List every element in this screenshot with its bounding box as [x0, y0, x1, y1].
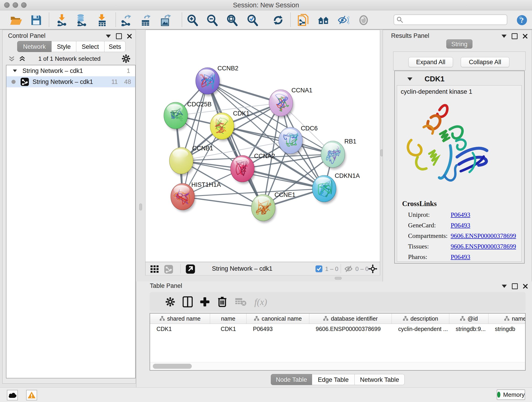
crosslink-value-link[interactable]: P06493 [451, 253, 470, 261]
export-table-button[interactable] [140, 14, 152, 26]
delete-table-button[interactable] [235, 296, 247, 308]
node-CCNE1[interactable]: CCNE1 [251, 191, 296, 223]
function-builder-button[interactable]: f(x) [250, 296, 271, 308]
panel-menu-icon[interactable] [502, 285, 507, 288]
panel-close-icon[interactable] [523, 284, 528, 289]
import-table-icon [97, 14, 108, 26]
panel-float-icon[interactable] [512, 283, 518, 289]
table-cell[interactable]: cyclin-dependent ... [392, 324, 449, 334]
tab-network-table[interactable]: Network Table [355, 374, 405, 385]
table-cell[interactable]: 9606.ENSP00000378699 [309, 324, 392, 334]
show-columns-button[interactable] [182, 296, 194, 308]
fit-content-crosshair-icon[interactable] [368, 264, 377, 274]
node-CDK1[interactable]: CDK1 [210, 110, 249, 141]
save-session-button[interactable] [30, 14, 42, 26]
node-CCNB2[interactable]: CCNB2 [196, 65, 239, 96]
import-network-file-button[interactable] [56, 14, 68, 26]
crosslink-value-link[interactable]: 9606.ENSP00000378699 [451, 243, 516, 250]
node-CCNB1[interactable]: CCNB1 [169, 145, 213, 176]
export-network-button[interactable] [120, 14, 132, 26]
scrollbar-thumb[interactable] [153, 364, 192, 369]
crosslink-value-link[interactable]: 9606.ENSP00000378699 [451, 232, 516, 240]
zoom-out-button[interactable] [206, 14, 218, 26]
table-cell[interactable]: CDK1 [150, 324, 210, 334]
warning-status-button[interactable] [26, 390, 37, 400]
node-CDC25B[interactable]: CDC25B [164, 101, 212, 131]
table-cell[interactable]: stringdb [488, 324, 526, 334]
string-glass-ball-button[interactable] [358, 14, 370, 26]
gene-section-expander-icon[interactable] [407, 77, 412, 81]
column-header-namespace[interactable]: namespace [488, 313, 526, 324]
panel-float-icon[interactable] [116, 33, 122, 39]
panel-menu-icon[interactable] [106, 35, 111, 38]
tab-select[interactable]: Select [76, 41, 104, 52]
memory-button[interactable]: Memory [497, 389, 525, 400]
tab-network[interactable]: Network [17, 41, 51, 52]
string-home-button[interactable] [317, 14, 329, 26]
panel-menu-icon[interactable] [501, 35, 507, 38]
string-network-graph[interactable]: CCNB2CCNA1CDC25BCDK1CDC6RB1CCNB1CCNA2CDK… [146, 30, 380, 262]
tab-sets[interactable]: Sets [104, 41, 126, 52]
column-header-description[interactable]: description [392, 313, 449, 324]
panel-close-icon[interactable] [127, 34, 132, 39]
node-label-HIST1H1A: HIST1H1A [191, 181, 221, 188]
tree-expander-icon[interactable] [13, 70, 17, 72]
zoom-in-button[interactable] [186, 14, 198, 26]
string-enhance-button[interactable] [337, 14, 349, 26]
collapse-all-button[interactable]: Collapse All [461, 57, 509, 67]
delete-column-button[interactable] [216, 296, 228, 308]
hidden-eye-icon[interactable] [344, 265, 353, 273]
refresh-button[interactable] [272, 14, 284, 26]
network-share-icon[interactable] [164, 265, 173, 274]
network-collection-row[interactable]: String Network – cdk1 1 [6, 65, 135, 76]
column-header-shared-name[interactable]: shared name [150, 313, 210, 324]
column-header-database-identifier[interactable]: database identifier [309, 313, 392, 324]
column-header-canonical-name[interactable]: canonical name [247, 313, 309, 324]
search-input[interactable] [403, 16, 507, 24]
expand-all-button[interactable]: Expand All [409, 57, 453, 67]
table-cell[interactable]: stringdb:9... [449, 324, 488, 334]
open-session-button[interactable] [10, 14, 22, 26]
horizontal-splitter-handle[interactable] [335, 277, 342, 280]
panel-close-icon[interactable] [523, 34, 528, 39]
table-row[interactable]: CDK1CDK1P064939606.ENSP00000378699cyclin… [150, 324, 525, 334]
selected-checkbox-icon[interactable] [316, 265, 322, 272]
import-table-file-button[interactable] [96, 14, 108, 26]
node-CCNA1[interactable]: CCNA1 [269, 87, 312, 118]
birds-eye-view-icon[interactable] [186, 264, 195, 274]
results-tab-string[interactable]: String [446, 39, 472, 49]
left-splitter-handle[interactable] [139, 204, 142, 211]
zoom-selected-button[interactable] [247, 14, 259, 26]
tab-style[interactable]: Style [51, 41, 76, 52]
network-row[interactable]: String Network – cdk1 11 48 [6, 76, 135, 87]
node-RB1[interactable]: RB1 [321, 138, 356, 169]
network-view-canvas[interactable]: CCNB2CCNA1CDC25BCDK1CDC6RB1CCNB1CCNA2CDK… [145, 30, 380, 262]
import-network-database-button[interactable] [75, 14, 87, 26]
node-HIST1H1A[interactable]: HIST1H1A [171, 181, 221, 212]
grid-view-icon[interactable] [151, 265, 159, 273]
string-import-button[interactable] [297, 14, 309, 26]
table-cell[interactable]: P06493 [247, 324, 309, 334]
zoom-fit-button[interactable] [226, 14, 238, 26]
table-settings-button[interactable] [164, 296, 176, 308]
node-CDKN1A[interactable]: CDKN1A [312, 172, 360, 204]
edge-CCNB2-CCNE1[interactable] [208, 81, 263, 208]
edge-CCNB2-HIST1H1A[interactable] [183, 81, 208, 197]
node-CDC6[interactable]: CDC6 [279, 125, 318, 156]
toolbar-separator [49, 13, 49, 27]
panel-float-icon[interactable] [512, 33, 518, 39]
cloud-status-button[interactable] [7, 390, 18, 400]
tab-node-table[interactable]: Node Table [271, 374, 312, 385]
crosslink-value-link[interactable]: P06493 [451, 222, 470, 229]
help-button[interactable]: ? [516, 14, 528, 26]
column-header-name[interactable]: name [210, 313, 247, 324]
column-header--id[interactable]: @id [449, 313, 488, 324]
add-column-button[interactable] [199, 296, 211, 308]
horizontal-scrollbar[interactable] [150, 362, 525, 370]
crosslink-value-link[interactable]: P06493 [451, 211, 470, 218]
network-options-gear-icon[interactable] [122, 54, 130, 63]
search-field[interactable] [394, 14, 507, 25]
tab-edge-table[interactable]: Edge Table [312, 374, 355, 385]
export-image-button[interactable] [160, 14, 172, 26]
table-cell[interactable]: CDK1 [210, 324, 247, 334]
